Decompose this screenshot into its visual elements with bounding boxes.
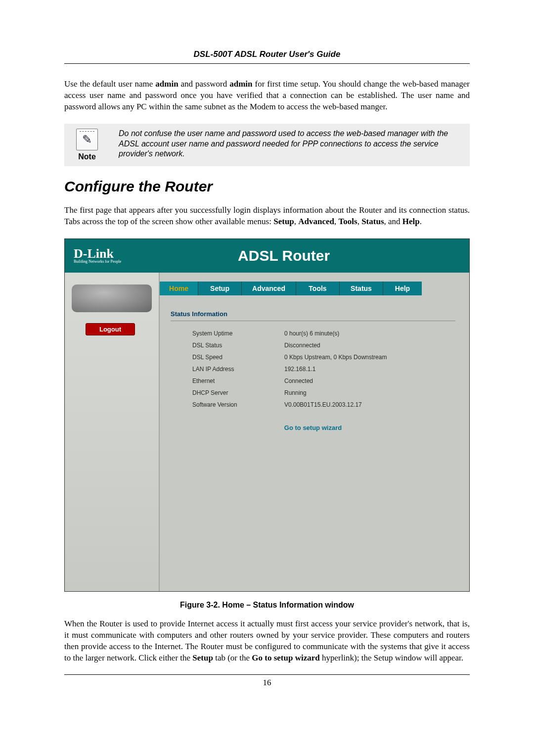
text-bold: Setup [273, 217, 294, 226]
text-bold: Help [402, 217, 420, 226]
note-label: Note [67, 152, 107, 161]
section-paragraph: The first page that appears after you su… [64, 205, 470, 228]
router-body: Logout Home Setup Advanced Tools Status … [65, 273, 469, 591]
text: , [334, 217, 339, 226]
figure-caption: Figure 3-2. Home – Status Information wi… [64, 601, 470, 610]
status-value: Disconnected [284, 342, 455, 349]
note-block: Note Do not confuse the user name and pa… [64, 124, 470, 166]
dlink-logo: D-Link Building Networks for People [74, 248, 121, 263]
status-value: 192.168.1.1 [284, 366, 455, 373]
status-key: DSL Speed [171, 354, 284, 361]
tab-row: Home Setup Advanced Tools Status Help [160, 282, 460, 295]
status-row: DSL StatusDisconnected [171, 342, 455, 349]
tab-tools[interactable]: Tools [296, 282, 340, 295]
text-bold: Status [361, 217, 384, 226]
section-heading: Configure the Router [64, 178, 470, 195]
note-icon [76, 129, 98, 150]
tab-home[interactable]: Home [160, 282, 198, 295]
status-key: DSL Status [171, 342, 284, 349]
logo-tagline: Building Networks for People [74, 260, 121, 263]
text: Use the default user name [64, 79, 155, 89]
text-bold: Tools [339, 217, 357, 226]
note-text: Do not confuse the user name and passwor… [119, 129, 463, 159]
router-screenshot: D-Link Building Networks for People ADSL… [64, 238, 470, 592]
tab-help[interactable]: Help [383, 282, 422, 295]
text-bold: admin [229, 79, 252, 89]
text: tab (or the [213, 653, 252, 662]
status-value: 0 hour(s) 6 minute(s) [284, 330, 455, 337]
router-main: Home Setup Advanced Tools Status Help St… [159, 273, 469, 591]
note-left: Note [67, 129, 107, 161]
status-key: LAN IP Address [171, 366, 284, 373]
status-key: System Uptime [171, 330, 284, 337]
text-bold: Go to setup wizard [252, 653, 319, 662]
panel-title: Status Information [171, 310, 455, 321]
text-bold: Advanced [298, 217, 334, 226]
intro-paragraph: Use the default user name admin and pass… [64, 79, 470, 113]
status-row: EthernetConnected [171, 378, 455, 384]
status-value: Connected [284, 378, 455, 384]
text-bold: admin [155, 79, 178, 89]
text-bold: Setup [192, 653, 213, 662]
status-row: Software VersionV0.00B01T15.EU.2003.12.1… [171, 401, 455, 408]
setup-wizard-link[interactable]: Go to setup wizard [171, 424, 455, 431]
status-value: Running [284, 389, 455, 396]
text: , and [384, 217, 402, 226]
logo-text: D-Link [74, 248, 121, 259]
status-key: Software Version [171, 401, 284, 408]
status-row: DSL Speed0 Kbps Upstream, 0 Kbps Downstr… [171, 354, 455, 361]
tab-status[interactable]: Status [340, 282, 383, 295]
status-panel: Status Information System Uptime0 hour(s… [160, 310, 460, 431]
status-key: DHCP Server [171, 389, 284, 396]
text: , [357, 217, 362, 226]
status-key: Ethernet [171, 378, 284, 384]
router-title: ADSL Router [127, 247, 460, 264]
page-number: 16 [64, 674, 470, 688]
router-sidebar: Logout [65, 273, 159, 591]
status-row: DHCP ServerRunning [171, 389, 455, 396]
text: . [420, 217, 422, 226]
status-row: System Uptime0 hour(s) 6 minute(s) [171, 330, 455, 337]
modem-image [72, 284, 152, 312]
status-value: V0.00B01T15.EU.2003.12.17 [284, 401, 455, 408]
text: and password [178, 79, 230, 89]
status-row: LAN IP Address192.168.1.1 [171, 366, 455, 373]
tab-setup[interactable]: Setup [198, 282, 242, 295]
closing-paragraph: When the Router is used to provide Inter… [64, 618, 470, 664]
tab-advanced[interactable]: Advanced [242, 282, 296, 295]
text: hyperlink); the Setup window will appear… [320, 653, 463, 662]
router-topbar: D-Link Building Networks for People ADSL… [65, 239, 469, 273]
page-header-title: DSL-500T ADSL Router User's Guide [64, 49, 470, 64]
logout-button[interactable]: Logout [86, 323, 135, 335]
status-value: 0 Kbps Upstream, 0 Kbps Downstream [284, 354, 455, 361]
